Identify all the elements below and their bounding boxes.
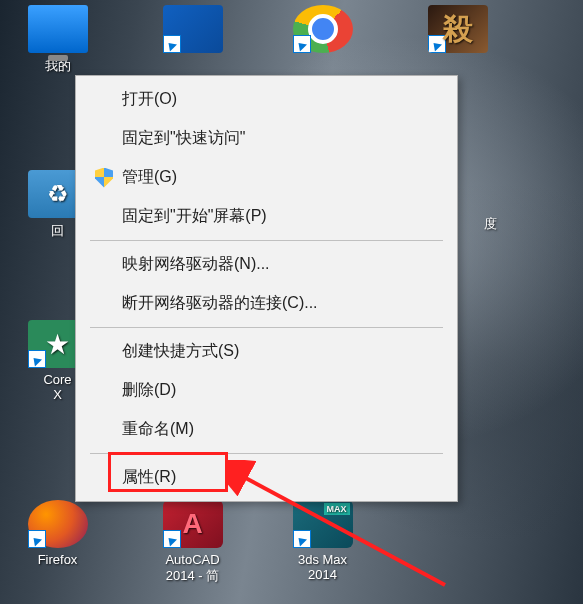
shortcut-overlay-icon (163, 35, 181, 53)
menu-label: 固定到"开始"屏幕(P) (122, 206, 267, 227)
shortcut-overlay-icon (428, 35, 446, 53)
app-icon-blue[interactable] (145, 5, 240, 57)
icon-label: 度 (470, 215, 510, 233)
menu-label: 映射网络驱动器(N)... (122, 254, 270, 275)
menu-separator (90, 453, 443, 454)
menu-disconnect-drive[interactable]: 断开网络驱动器的连接(C)... (78, 284, 455, 323)
icon-label: Firefox (10, 552, 105, 567)
menu-label: 固定到"快速访问" (122, 128, 245, 149)
menu-map-drive[interactable]: 映射网络驱动器(N)... (78, 245, 455, 284)
shortcut-overlay-icon (163, 530, 181, 548)
menu-label: 打开(O) (122, 89, 177, 110)
menu-pin-start[interactable]: 固定到"开始"屏幕(P) (78, 197, 455, 236)
menu-label: 管理(G) (122, 167, 177, 188)
menu-separator (90, 240, 443, 241)
menu-rename[interactable]: 重命名(M) (78, 410, 455, 449)
menu-label: 属性(R) (122, 467, 176, 488)
3dsmax-icon[interactable]: 3ds Max 2014 (275, 500, 370, 582)
my-computer-icon[interactable]: 我的 (10, 5, 105, 75)
shortcut-overlay-icon (293, 35, 311, 53)
menu-manage[interactable]: 管理(G) (78, 158, 455, 197)
icon-sublabel: 2014 (275, 567, 370, 582)
menu-separator (90, 327, 443, 328)
menu-delete[interactable]: 删除(D) (78, 371, 455, 410)
icon-label: 3ds Max (275, 552, 370, 567)
menu-label: 删除(D) (122, 380, 176, 401)
shield-icon (95, 168, 113, 188)
shortcut-overlay-icon (28, 350, 46, 368)
icon-label: AutoCAD (145, 552, 240, 567)
menu-label: 重命名(M) (122, 419, 194, 440)
menu-open[interactable]: 打开(O) (78, 80, 455, 119)
context-menu: 打开(O) 固定到"快速访问" 管理(G) 固定到"开始"屏幕(P) 映射网络驱… (75, 75, 458, 502)
baidu-icon-label[interactable]: 度 (470, 215, 510, 233)
autocad-icon[interactable]: AutoCAD 2014 - 简 (145, 500, 240, 585)
menu-pin-quick-access[interactable]: 固定到"快速访问" (78, 119, 455, 158)
menu-label: 创建快捷方式(S) (122, 341, 239, 362)
firefox-icon[interactable]: Firefox (10, 500, 105, 567)
icon-sublabel: 2014 - 简 (145, 567, 240, 585)
menu-label: 断开网络驱动器的连接(C)... (122, 293, 318, 314)
shortcut-overlay-icon (28, 530, 46, 548)
chrome-icon[interactable] (275, 5, 370, 57)
game-icon[interactable] (410, 5, 505, 57)
menu-create-shortcut[interactable]: 创建快捷方式(S) (78, 332, 455, 371)
shortcut-overlay-icon (293, 530, 311, 548)
menu-properties[interactable]: 属性(R) (78, 458, 455, 497)
